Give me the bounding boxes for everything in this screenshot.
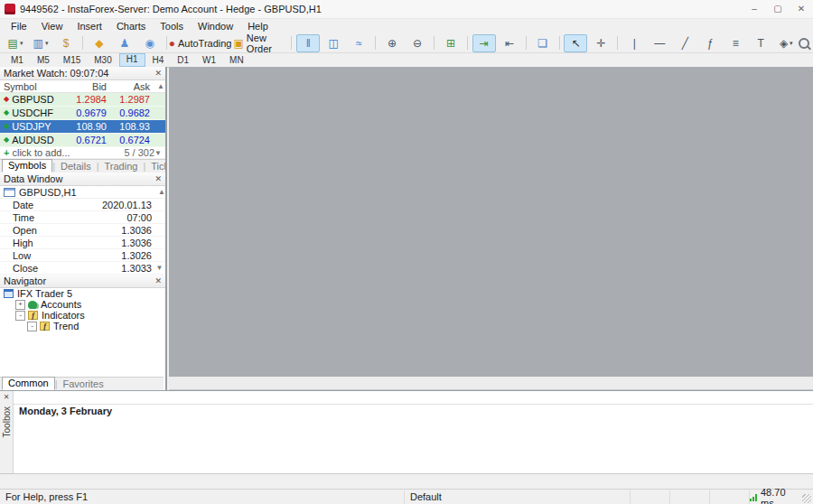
column-header-symbol[interactable]: Symbol <box>0 81 63 92</box>
minimize-button[interactable]: – <box>743 0 766 18</box>
trendline-button[interactable]: ╱ <box>673 34 696 52</box>
tile-indicators-button[interactable]: ⊞ <box>439 34 463 52</box>
tree-item-ifx-trader-5[interactable]: IFX Trader 5 <box>0 288 165 299</box>
market-watch-footer[interactable]: + click to add... 5 / 302 ▼ <box>0 147 165 159</box>
column-header-ask[interactable]: Ask <box>110 81 154 92</box>
tree-item-accounts[interactable]: +Accounts <box>0 299 165 310</box>
timeframe-h1[interactable]: H1 <box>119 53 145 67</box>
collapse-icon[interactable]: - <box>15 311 25 321</box>
zoom-out-icon: ⊖ <box>413 35 422 51</box>
timeframe-mn[interactable]: MN <box>223 54 250 66</box>
new-chart-button[interactable]: ▤▾ <box>4 34 27 52</box>
line-chart-button[interactable]: ≈ <box>347 34 370 52</box>
bars-button[interactable]: ‖ <box>296 34 320 52</box>
text-label-icon: T <box>758 35 764 51</box>
timeframe-h4[interactable]: H4 <box>146 54 171 66</box>
close-icon[interactable]: ✕ <box>4 393 10 401</box>
tab-common[interactable]: Common <box>2 377 55 390</box>
expand-icon[interactable]: + <box>15 300 25 310</box>
field-value: 07:00 <box>58 212 154 223</box>
menu-file[interactable]: File <box>4 21 34 32</box>
equidistant-button[interactable]: ≡ <box>724 34 747 52</box>
shapes-button[interactable]: ◈▾ <box>774 34 798 52</box>
tile-windows-button[interactable]: ❏ <box>531 34 555 52</box>
chevron-down-icon[interactable]: ▾ <box>790 40 793 47</box>
search-icon[interactable] <box>799 38 809 49</box>
crosshair-button[interactable]: ✛ <box>589 34 612 52</box>
fibonacci-button[interactable]: ƒ <box>698 34 722 52</box>
menu-view[interactable]: View <box>34 21 70 32</box>
scroll-down-icon[interactable]: ▼ <box>154 149 162 157</box>
community-button[interactable]: ♟ <box>113 34 136 52</box>
zoom-in-button[interactable]: ⊕ <box>380 34 404 52</box>
maximize-button[interactable]: ▢ <box>766 0 790 18</box>
accounts-icon <box>28 301 37 309</box>
scroll-up-icon[interactable]: ▲ <box>158 188 165 196</box>
menu-bar: FileViewInsertChartsToolsWindowHelp <box>0 18 813 33</box>
market-watch-row-audusd[interactable]: ◆AUDUSD0.67210.6724 <box>0 134 165 147</box>
chart-tab-bar <box>169 377 813 390</box>
symbol-name: ◆GBPUSD <box>0 94 63 105</box>
zoom-out-button[interactable]: ⊖ <box>406 34 429 52</box>
findicator-icon: f <box>40 322 50 331</box>
timeframe-m30[interactable]: M30 <box>88 54 117 66</box>
market-watch-row-usdjpy[interactable]: ◆USDJPY108.90108.93 <box>0 120 165 134</box>
history-center-button[interactable]: $ <box>54 34 78 52</box>
close-icon[interactable]: ✕ <box>154 69 162 78</box>
trend-up-icon: ◆ <box>4 123 9 130</box>
menu-insert[interactable]: Insert <box>70 21 109 32</box>
tab-favorites[interactable]: Favorites <box>57 378 108 390</box>
vertical-line-icon: | <box>633 35 636 51</box>
column-header-bid[interactable]: Bid <box>63 81 110 92</box>
chevron-down-icon[interactable]: ▾ <box>45 40 49 47</box>
tree-item-indicators[interactable]: -fIndicators <box>0 310 165 321</box>
menu-charts[interactable]: Charts <box>109 21 153 32</box>
window-title: 9449562 - InstaForex-Server: Demo Accoun… <box>20 4 322 14</box>
collapse-icon[interactable]: - <box>27 322 37 331</box>
scroll-down-icon[interactable]: ▼ <box>154 264 165 272</box>
chart-shift-icon: ⇤ <box>505 35 514 51</box>
timeframe-m5[interactable]: M5 <box>31 54 56 66</box>
bottom-tab-bar <box>0 473 813 490</box>
field-label: Low <box>0 250 58 261</box>
status-profile[interactable]: Default <box>405 490 631 504</box>
tab-ticks[interactable]: Ticks <box>145 161 167 173</box>
menu-window[interactable]: Window <box>191 21 240 32</box>
chevron-down-icon[interactable]: ▾ <box>20 40 23 47</box>
scroll-up-icon[interactable]: ▲ <box>154 82 165 90</box>
close-icon[interactable]: ✕ <box>154 276 162 285</box>
tab-trading[interactable]: Trading <box>99 161 144 173</box>
field-value: 1.3026 <box>58 250 154 261</box>
close-icon[interactable]: ✕ <box>154 174 162 183</box>
symbol-label: AUDUSD <box>12 135 53 145</box>
market-watch-row-gbpusd[interactable]: ◆GBPUSD1.29841.2987 <box>0 93 165 107</box>
text-label-button[interactable]: T <box>749 34 772 52</box>
timeframe-w1[interactable]: W1 <box>196 54 222 66</box>
menu-help[interactable]: Help <box>240 21 276 32</box>
chart-shift-button[interactable]: ⇤ <box>498 34 521 52</box>
timeframe-m1[interactable]: M1 <box>5 54 30 66</box>
vertical-line-button[interactable]: | <box>622 34 646 52</box>
tab-symbols[interactable]: Symbols <box>2 159 52 173</box>
horizontal-line-icon: — <box>654 35 665 51</box>
new-order-button[interactable]: ▣New Order <box>230 34 286 52</box>
timeframe-d1[interactable]: D1 <box>171 54 195 66</box>
timeframe-m15[interactable]: M15 <box>57 54 87 66</box>
tab-details[interactable]: Details <box>55 161 97 173</box>
menu-tools[interactable]: Tools <box>153 21 191 32</box>
tree-item-trend[interactable]: -fTrend <box>0 321 165 331</box>
market-watch-row-usdchf[interactable]: ◆USDCHF0.96790.9682 <box>0 107 165 120</box>
auto-scroll-button[interactable]: ⇥ <box>472 34 496 52</box>
add-symbol-label[interactable]: click to add... <box>12 147 70 158</box>
candles-button[interactable]: ◫ <box>322 34 345 52</box>
profiles-button[interactable]: ▥▾ <box>29 34 52 52</box>
market-watch-columns: SymbolBidAsk▲ <box>0 80 165 93</box>
horizontal-line-button[interactable]: — <box>648 34 671 52</box>
close-button[interactable]: ✕ <box>790 0 813 18</box>
add-symbol-icon[interactable]: + <box>4 147 9 158</box>
deposit-button[interactable]: ◆ <box>88 34 111 52</box>
signals-button[interactable]: ◉ <box>138 34 162 52</box>
cursor-button[interactable]: ↖ <box>564 34 587 52</box>
resize-grip[interactable] <box>802 494 811 503</box>
autotrading-button[interactable]: ●AutoTrading <box>172 34 229 52</box>
